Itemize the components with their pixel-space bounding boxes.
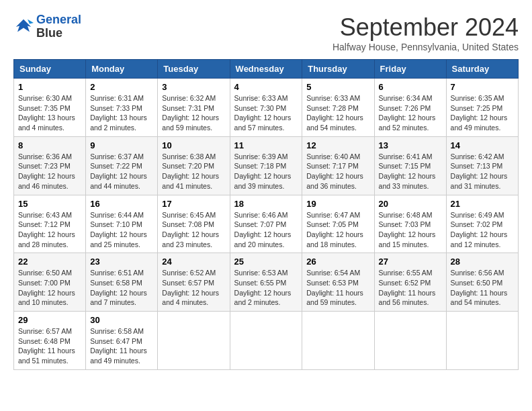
calendar-cell: 26Sunrise: 6:54 AM Sunset: 6:53 PM Dayli… xyxy=(302,253,374,312)
header-thursday: Thursday xyxy=(302,60,374,79)
logo-icon xyxy=(13,17,34,37)
day-number: 29 xyxy=(18,315,81,325)
day-number: 18 xyxy=(234,199,298,209)
day-info: Sunrise: 6:41 AM Sunset: 7:15 PM Dayligh… xyxy=(379,152,442,191)
day-info: Sunrise: 6:51 AM Sunset: 6:58 PM Dayligh… xyxy=(90,268,153,308)
day-info: Sunrise: 6:34 AM Sunset: 7:26 PM Dayligh… xyxy=(379,93,442,133)
calendar-cell xyxy=(446,312,518,370)
calendar-cell: 21Sunrise: 6:49 AM Sunset: 7:02 PM Dayli… xyxy=(446,195,518,253)
calendar-cell: 17Sunrise: 6:45 AM Sunset: 7:08 PM Dayli… xyxy=(158,195,230,253)
calendar-cell: 22Sunrise: 6:50 AM Sunset: 7:00 PM Dayli… xyxy=(14,253,86,312)
day-number: 25 xyxy=(234,257,298,267)
calendar-cell: 16Sunrise: 6:44 AM Sunset: 7:10 PM Dayli… xyxy=(86,195,158,253)
day-info: Sunrise: 6:50 AM Sunset: 7:00 PM Dayligh… xyxy=(18,268,81,308)
day-info: Sunrise: 6:58 AM Sunset: 6:47 PM Dayligh… xyxy=(90,326,153,366)
page-header: General Blue September 2024 Halfway Hous… xyxy=(13,13,519,52)
day-number: 16 xyxy=(90,199,153,209)
day-info: Sunrise: 6:31 AM Sunset: 7:33 PM Dayligh… xyxy=(90,93,153,133)
day-number: 11 xyxy=(234,140,298,150)
calendar-cell: 13Sunrise: 6:41 AM Sunset: 7:15 PM Dayli… xyxy=(374,136,446,195)
calendar-cell xyxy=(230,312,302,370)
header-monday: Monday xyxy=(86,60,158,79)
calendar-cell: 15Sunrise: 6:43 AM Sunset: 7:12 PM Dayli… xyxy=(14,195,86,253)
day-info: Sunrise: 6:52 AM Sunset: 6:57 PM Dayligh… xyxy=(162,268,225,308)
logo-text: General Blue xyxy=(36,13,81,40)
calendar-cell: 11Sunrise: 6:39 AM Sunset: 7:18 PM Dayli… xyxy=(230,136,302,195)
day-info: Sunrise: 6:53 AM Sunset: 6:55 PM Dayligh… xyxy=(234,268,298,308)
calendar-week-3: 15Sunrise: 6:43 AM Sunset: 7:12 PM Dayli… xyxy=(14,195,519,253)
day-info: Sunrise: 6:43 AM Sunset: 7:12 PM Dayligh… xyxy=(18,210,81,250)
month-title: September 2024 xyxy=(332,13,519,42)
day-number: 4 xyxy=(234,82,298,92)
calendar-cell xyxy=(302,312,374,370)
calendar-cell: 8Sunrise: 6:36 AM Sunset: 7:23 PM Daylig… xyxy=(14,136,86,195)
calendar-cell: 25Sunrise: 6:53 AM Sunset: 6:55 PM Dayli… xyxy=(230,253,302,312)
location-subtitle: Halfway House, Pennsylvania, United Stat… xyxy=(332,42,519,52)
day-number: 30 xyxy=(90,315,153,325)
day-number: 20 xyxy=(379,199,442,209)
calendar-week-2: 8Sunrise: 6:36 AM Sunset: 7:23 PM Daylig… xyxy=(14,136,519,195)
calendar-cell: 14Sunrise: 6:42 AM Sunset: 7:13 PM Dayli… xyxy=(446,136,518,195)
day-number: 12 xyxy=(306,140,369,150)
day-info: Sunrise: 6:33 AM Sunset: 7:28 PM Dayligh… xyxy=(306,93,369,133)
day-info: Sunrise: 6:54 AM Sunset: 6:53 PM Dayligh… xyxy=(306,268,369,308)
day-number: 14 xyxy=(451,140,514,150)
day-info: Sunrise: 6:55 AM Sunset: 6:52 PM Dayligh… xyxy=(379,268,442,308)
day-info: Sunrise: 6:39 AM Sunset: 7:18 PM Dayligh… xyxy=(234,152,298,191)
day-number: 26 xyxy=(306,257,369,267)
calendar-table: SundayMondayTuesdayWednesdayThursdayFrid… xyxy=(13,59,519,370)
day-number: 7 xyxy=(451,82,514,92)
calendar-cell: 30Sunrise: 6:58 AM Sunset: 6:47 PM Dayli… xyxy=(86,312,158,370)
day-number: 27 xyxy=(379,257,442,267)
header-wednesday: Wednesday xyxy=(230,60,302,79)
day-number: 1 xyxy=(18,82,81,92)
calendar-cell: 7Sunrise: 6:35 AM Sunset: 7:25 PM Daylig… xyxy=(446,79,518,137)
day-number: 5 xyxy=(306,82,369,92)
day-number: 2 xyxy=(90,82,153,92)
calendar-cell xyxy=(374,312,446,370)
day-number: 23 xyxy=(90,257,153,267)
calendar-cell: 3Sunrise: 6:32 AM Sunset: 7:31 PM Daylig… xyxy=(158,79,230,137)
calendar-cell: 19Sunrise: 6:47 AM Sunset: 7:05 PM Dayli… xyxy=(302,195,374,253)
calendar-cell: 23Sunrise: 6:51 AM Sunset: 6:58 PM Dayli… xyxy=(86,253,158,312)
calendar-cell: 4Sunrise: 6:33 AM Sunset: 7:30 PM Daylig… xyxy=(230,79,302,137)
calendar-cell: 20Sunrise: 6:48 AM Sunset: 7:03 PM Dayli… xyxy=(374,195,446,253)
calendar-cell: 6Sunrise: 6:34 AM Sunset: 7:26 PM Daylig… xyxy=(374,79,446,137)
calendar-cell: 2Sunrise: 6:31 AM Sunset: 7:33 PM Daylig… xyxy=(86,79,158,137)
day-info: Sunrise: 6:42 AM Sunset: 7:13 PM Dayligh… xyxy=(451,152,514,191)
day-number: 13 xyxy=(379,140,442,150)
day-number: 3 xyxy=(162,82,225,92)
calendar-cell xyxy=(158,312,230,370)
title-section: September 2024 Halfway House, Pennsylvan… xyxy=(332,13,519,52)
day-number: 19 xyxy=(306,199,369,209)
header-sunday: Sunday xyxy=(14,60,86,79)
day-number: 8 xyxy=(18,140,81,150)
day-info: Sunrise: 6:40 AM Sunset: 7:17 PM Dayligh… xyxy=(306,152,369,191)
day-info: Sunrise: 6:46 AM Sunset: 7:07 PM Dayligh… xyxy=(234,210,298,250)
calendar-cell: 10Sunrise: 6:38 AM Sunset: 7:20 PM Dayli… xyxy=(158,136,230,195)
day-info: Sunrise: 6:32 AM Sunset: 7:31 PM Dayligh… xyxy=(162,93,225,133)
calendar-cell: 5Sunrise: 6:33 AM Sunset: 7:28 PM Daylig… xyxy=(302,79,374,137)
header-saturday: Saturday xyxy=(446,60,518,79)
calendar-cell: 12Sunrise: 6:40 AM Sunset: 7:17 PM Dayli… xyxy=(302,136,374,195)
day-info: Sunrise: 6:37 AM Sunset: 7:22 PM Dayligh… xyxy=(90,152,153,191)
svg-marker-1 xyxy=(28,19,34,24)
header-friday: Friday xyxy=(374,60,446,79)
day-number: 22 xyxy=(18,257,81,267)
day-info: Sunrise: 6:36 AM Sunset: 7:23 PM Dayligh… xyxy=(18,152,81,191)
day-info: Sunrise: 6:57 AM Sunset: 6:48 PM Dayligh… xyxy=(18,326,81,366)
day-info: Sunrise: 6:47 AM Sunset: 7:05 PM Dayligh… xyxy=(306,210,369,250)
calendar-cell: 28Sunrise: 6:56 AM Sunset: 6:50 PM Dayli… xyxy=(446,253,518,312)
day-info: Sunrise: 6:33 AM Sunset: 7:30 PM Dayligh… xyxy=(234,93,298,133)
day-number: 28 xyxy=(451,257,514,267)
day-info: Sunrise: 6:45 AM Sunset: 7:08 PM Dayligh… xyxy=(162,210,225,250)
day-number: 6 xyxy=(379,82,442,92)
day-number: 17 xyxy=(162,199,225,209)
day-info: Sunrise: 6:49 AM Sunset: 7:02 PM Dayligh… xyxy=(451,210,514,250)
calendar-cell: 27Sunrise: 6:55 AM Sunset: 6:52 PM Dayli… xyxy=(374,253,446,312)
header-tuesday: Tuesday xyxy=(158,60,230,79)
calendar-cell: 24Sunrise: 6:52 AM Sunset: 6:57 PM Dayli… xyxy=(158,253,230,312)
calendar-cell: 18Sunrise: 6:46 AM Sunset: 7:07 PM Dayli… xyxy=(230,195,302,253)
day-number: 21 xyxy=(451,199,514,209)
day-number: 9 xyxy=(90,140,153,150)
